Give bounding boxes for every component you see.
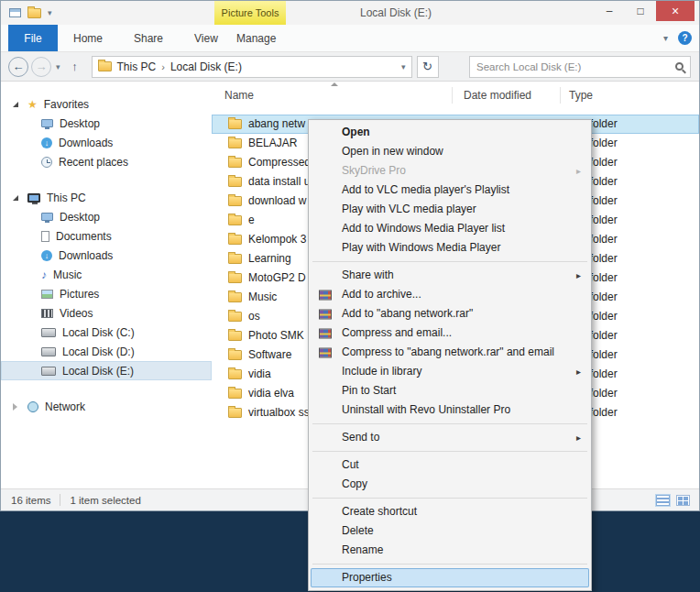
tab-share[interactable]: Share bbox=[118, 25, 179, 51]
menu-item-label: Open bbox=[342, 126, 370, 138]
minimize-button[interactable]: – bbox=[594, 1, 625, 21]
expand-ribbon-icon[interactable]: ▾ bbox=[663, 33, 668, 43]
tab-file[interactable]: File bbox=[8, 25, 58, 51]
menu-item-label: Cut bbox=[342, 458, 359, 471]
details-view-icon[interactable] bbox=[656, 495, 670, 506]
menu-item-pin-to-start[interactable]: Pin to Start bbox=[311, 381, 589, 400]
file-name: virtualbox ss bbox=[248, 406, 310, 419]
titlebar[interactable]: ▾ Picture Tools Local Disk (E:) – □ × bbox=[1, 1, 699, 25]
menu-item-label: Compress to "abang network.rar" and emai… bbox=[342, 345, 554, 358]
search-input[interactable] bbox=[476, 61, 672, 72]
menu-item-open[interactable]: Open bbox=[311, 123, 589, 142]
expander-icon[interactable] bbox=[13, 195, 18, 201]
menu-item-share-with[interactable]: Share with▸ bbox=[311, 266, 589, 285]
column-divider[interactable] bbox=[452, 87, 453, 104]
menu-item-properties[interactable]: Properties bbox=[311, 568, 589, 587]
file-name: Software bbox=[248, 348, 291, 361]
picture-tools-contextual-tab[interactable]: Picture Tools bbox=[214, 1, 286, 25]
menu-separator bbox=[312, 451, 587, 452]
menu-item-add-to-windows-media-player-list[interactable]: Add to Windows Media Player list bbox=[311, 219, 589, 238]
sidebar-header-favorites[interactable]: Favorites bbox=[1, 94, 212, 114]
column-divider[interactable] bbox=[560, 87, 561, 104]
thumbnails-view-icon[interactable] bbox=[676, 495, 690, 506]
menu-item-add-to-abang-network-rar[interactable]: Add to "abang network.rar" bbox=[311, 304, 589, 323]
menu-item-compress-and-email[interactable]: Compress and email... bbox=[311, 323, 589, 343]
music-icon bbox=[41, 269, 47, 281]
file-name: MotoGP2 D bbox=[248, 271, 306, 284]
menu-item-label: Share with bbox=[342, 269, 394, 281]
selection-count: 1 item selected bbox=[70, 495, 140, 506]
expander-icon[interactable] bbox=[13, 102, 18, 107]
breadcrumb-local-disk-e[interactable]: Local Disk (E:) bbox=[170, 60, 242, 73]
expander-icon[interactable] bbox=[13, 403, 17, 411]
sidebar-header-network[interactable]: Network bbox=[1, 397, 212, 416]
history-dropdown-icon[interactable]: ▾ bbox=[54, 62, 62, 71]
help-icon[interactable]: ? bbox=[678, 31, 692, 45]
sidebar-item-documents[interactable]: Documents bbox=[1, 226, 212, 246]
folder-icon bbox=[228, 158, 242, 168]
close-button[interactable]: × bbox=[656, 1, 695, 21]
menu-item-add-to-archive[interactable]: Add to archive... bbox=[311, 285, 589, 304]
address-dropdown-icon[interactable]: ▾ bbox=[401, 62, 406, 71]
back-button[interactable]: ← bbox=[8, 57, 28, 77]
sidebar-item-desktop[interactable]: Desktop bbox=[1, 114, 212, 133]
drive-icon bbox=[41, 367, 56, 376]
forward-button[interactable]: → bbox=[31, 57, 51, 77]
sidebar-section-favorites: FavoritesDesktopDownloadsRecent places bbox=[1, 94, 212, 171]
folder-icon bbox=[228, 196, 242, 206]
column-header-type[interactable]: Type bbox=[569, 85, 593, 105]
search-icon[interactable] bbox=[675, 62, 684, 71]
menu-item-copy[interactable]: Copy bbox=[311, 475, 589, 494]
quick-access-folder-icon[interactable] bbox=[27, 8, 41, 18]
file-name: vidia elva bbox=[248, 387, 294, 400]
folder-icon bbox=[228, 119, 242, 129]
breadcrumb-this-pc[interactable]: This PC bbox=[117, 60, 157, 73]
menu-item-include-in-library[interactable]: Include in library▸ bbox=[311, 362, 589, 381]
sidebar-item-local-disk-c[interactable]: Local Disk (C:) bbox=[1, 323, 212, 342]
sidebar-item-label: Local Disk (D:) bbox=[62, 345, 135, 358]
explorer-window-icon[interactable] bbox=[9, 8, 21, 17]
sidebar-item-label: Desktop bbox=[60, 211, 100, 224]
submenu-arrow-icon: ▸ bbox=[576, 428, 581, 447]
sidebar-item-downloads[interactable]: Downloads bbox=[1, 246, 212, 265]
menu-item-send-to[interactable]: Send to▸ bbox=[311, 428, 589, 447]
tab-manage[interactable]: Manage bbox=[221, 25, 291, 51]
column-header-name[interactable]: Name bbox=[224, 85, 254, 105]
menu-item-cut[interactable]: Cut bbox=[311, 455, 589, 475]
breadcrumb[interactable]: This PC › Local Disk (E:) ▾ bbox=[92, 56, 412, 78]
sidebar-item-music[interactable]: Music bbox=[1, 265, 212, 284]
menu-item-delete[interactable]: Delete bbox=[311, 521, 589, 541]
sidebar-item-pictures[interactable]: Pictures bbox=[1, 284, 212, 303]
sidebar-item-videos[interactable]: Videos bbox=[1, 303, 212, 323]
computer-icon bbox=[27, 193, 40, 203]
sidebar-header-this-pc[interactable]: This PC bbox=[1, 188, 212, 207]
sidebar-item-recent-places[interactable]: Recent places bbox=[1, 152, 212, 171]
qat-dropdown-icon[interactable]: ▾ bbox=[48, 8, 52, 17]
refresh-button[interactable]: ↻ bbox=[417, 56, 439, 78]
location-icon bbox=[98, 61, 112, 71]
sidebar-item-desktop[interactable]: Desktop bbox=[1, 207, 212, 226]
menu-item-play-with-windows-media-player[interactable]: Play with Windows Media Player bbox=[311, 238, 589, 258]
breadcrumb-separator-icon[interactable]: › bbox=[161, 61, 165, 72]
column-header-date-modified[interactable]: Date modified bbox=[464, 85, 531, 105]
menu-item-create-shortcut[interactable]: Create shortcut bbox=[311, 502, 589, 521]
sidebar-item-label: Downloads bbox=[59, 137, 113, 149]
menu-item-label: Create shortcut bbox=[342, 505, 417, 518]
sidebar-section-label: This PC bbox=[47, 192, 86, 204]
sidebar-item-downloads[interactable]: Downloads bbox=[1, 133, 212, 152]
sidebar-item-local-disk-e[interactable]: Local Disk (E:) bbox=[1, 361, 212, 380]
folder-icon bbox=[228, 292, 242, 302]
maximize-button[interactable]: □ bbox=[625, 1, 656, 21]
up-button[interactable]: ↑ bbox=[65, 60, 85, 73]
menu-item-uninstall-with-revo-uninstaller-pro[interactable]: Uninstall with Revo Uninstaller Pro bbox=[311, 400, 589, 420]
menu-item-label: Properties bbox=[342, 571, 392, 584]
menu-item-add-to-vlc-media-player-s-playlist[interactable]: Add to VLC media player's Playlist bbox=[311, 181, 589, 200]
sidebar-item-local-disk-d[interactable]: Local Disk (D:) bbox=[1, 342, 212, 361]
menu-item-rename[interactable]: Rename bbox=[311, 541, 589, 560]
menu-item-compress-to-abang-network-rar-and-email[interactable]: Compress to "abang network.rar" and emai… bbox=[311, 343, 589, 362]
menu-item-open-in-new-window[interactable]: Open in new window bbox=[311, 142, 589, 161]
folder-icon bbox=[228, 177, 242, 187]
menu-item-play-with-vlc-media-player[interactable]: Play with VLC media player bbox=[311, 200, 589, 219]
tab-home[interactable]: Home bbox=[58, 25, 118, 51]
menu-item-label: Add to VLC media player's Playlist bbox=[342, 183, 509, 196]
